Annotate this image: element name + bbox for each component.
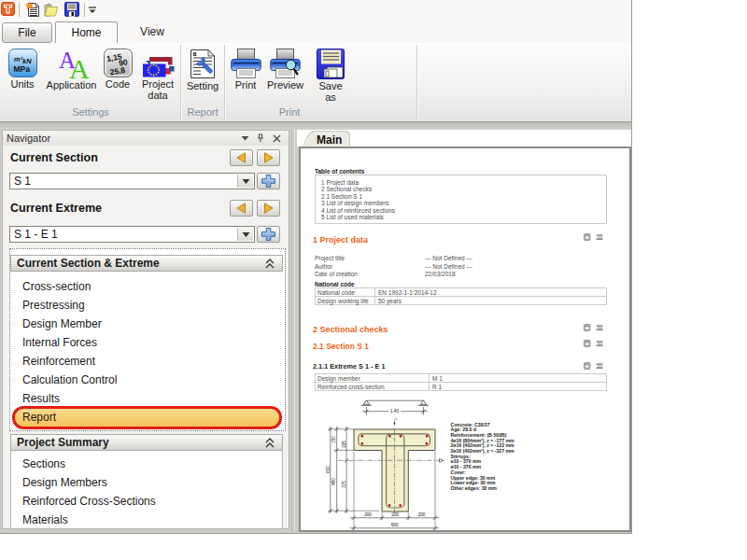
svg-text:150: 150: [331, 436, 336, 443]
svg-text:375: 375: [342, 481, 346, 488]
svg-text:MPa: MPa: [13, 64, 30, 74]
svg-text:200: 200: [418, 512, 426, 517]
svg-text:A: A: [69, 53, 90, 78]
svg-text:200: 200: [391, 512, 399, 517]
svg-text:600: 600: [391, 523, 399, 527]
svg-text:Other edges: 30 mm: Other edges: 30 mm: [451, 485, 498, 491]
svg-text:z: z: [396, 417, 398, 421]
svg-text:1.40: 1.40: [390, 409, 399, 413]
svg-text:a: a: [193, 50, 197, 57]
svg-text:225: 225: [342, 441, 346, 448]
svg-text:450: 450: [331, 478, 336, 485]
svg-text:600: 600: [326, 466, 331, 473]
svg-text:200: 200: [364, 512, 372, 517]
